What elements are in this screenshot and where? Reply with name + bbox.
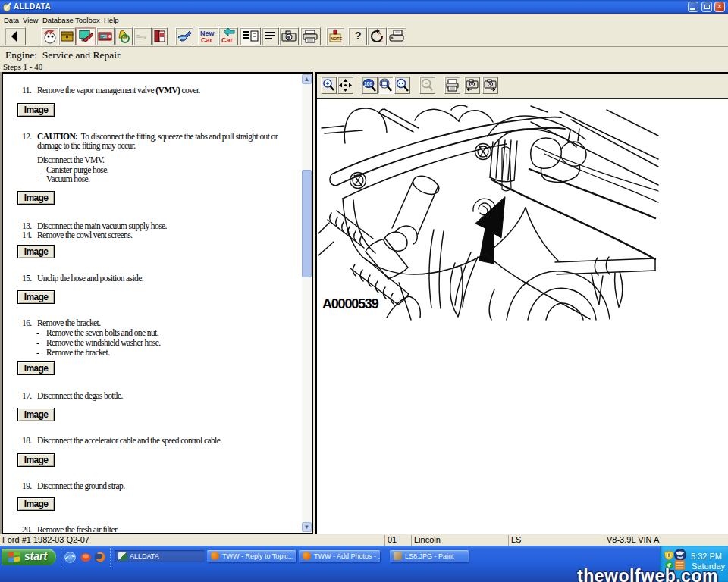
svg-text:100: 100 — [364, 81, 372, 86]
svg-text:Z: Z — [380, 37, 383, 43]
svg-text:A: A — [378, 30, 381, 36]
svg-text:Car: Car — [201, 36, 213, 44]
svg-text:750: 750 — [101, 34, 108, 39]
svg-text:NOTE: NOTE — [331, 36, 343, 41]
svg-text:Car: Car — [221, 36, 234, 44]
